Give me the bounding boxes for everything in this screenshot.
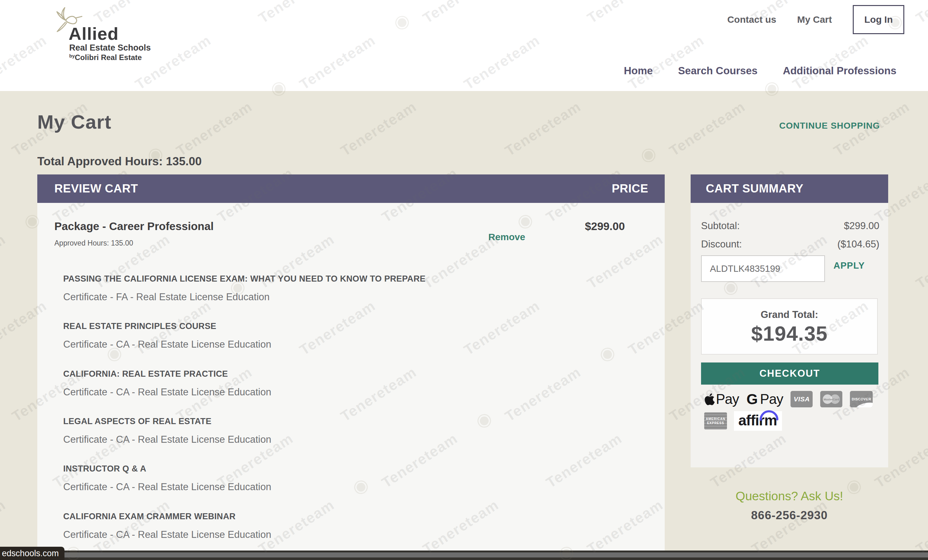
payment-methods-row-2: AMERICAN EXPRESS affirm [704,412,782,430]
amex-label-line2: EXPRESS [707,421,724,425]
google-pay-icon: G Pay [746,391,783,408]
questions-ask-us-text: Questions? Ask Us! [691,489,888,503]
course-subtitle: Certificate - CA - Real Estate License E… [63,339,537,350]
course-title: INSTRUCTOR Q & A [63,464,537,474]
login-button[interactable]: Log In [853,5,904,34]
logo-byline: byColibri Real Estate [69,53,142,62]
visa-label: VISA [794,395,810,403]
course-item: PASSING THE CALIFORNIA LICENSE EXAM: WHA… [63,274,537,303]
discount-label: Discount: [701,239,742,250]
course-title: REAL ESTATE PRINCIPLES COURSE [63,321,537,331]
mastercard-icon: MasterCard [820,391,843,407]
cart-summary-title: CART SUMMARY [706,182,803,195]
discover-label: DISCOVER [852,397,871,401]
google-g-glyph: G [746,391,758,408]
coupon-code-input[interactable] [701,255,825,282]
nav-item-search-courses[interactable]: Search Courses [678,65,757,77]
site-header: Allied Real Estate Schools byColibri Rea… [0,0,928,91]
package-name: Package - Career Professional [54,220,214,233]
price-column-header: PRICE [612,182,648,195]
course-item: LEGAL ASPECTS OF REAL ESTATE Certificate… [63,417,537,445]
main-nav: Home Search Courses Additional Professio… [624,65,896,77]
course-subtitle: Certificate - FA - Real Estate License E… [63,291,537,303]
top-utility-nav: Contact us My Cart Log In [727,5,904,34]
review-cart-header: REVIEW CART PRICE [37,174,665,203]
subtotal-value: $299.00 [844,220,879,232]
logo-subtitle: Real Estate Schools [69,43,151,53]
continue-shopping-link[interactable]: CONTINUE SHOPPING [779,121,880,131]
logo-by-prefix: by [69,53,75,58]
discount-value: ($104.65) [837,239,879,250]
apple-logo-icon [704,392,715,406]
course-subtitle: Certificate - CA - Real Estate License E… [63,434,537,445]
subtotal-label: Subtotal: [701,220,740,232]
course-title: CALIFORNIA EXAM CRAMMER WEBINAR [63,512,537,522]
total-approved-hours: Total Approved Hours: 135.00 [37,155,201,168]
course-item: CALIFORNIA: REAL ESTATE PRACTICE Certifi… [63,369,537,398]
apple-pay-icon: Pay [704,391,739,407]
my-cart-link[interactable]: My Cart [797,14,832,25]
course-item: REAL ESTATE PRINCIPLES COURSE Certificat… [63,321,537,350]
course-subtitle: Certificate - CA - Real Estate License E… [63,481,537,493]
grand-total-value: $194.35 [702,322,877,345]
mastercard-label: MasterCard [820,398,843,401]
nav-item-home[interactable]: Home [624,65,653,77]
amex-icon: AMERICAN EXPRESS [704,412,727,429]
affirm-icon: affirm [734,411,782,431]
contact-us-link[interactable]: Contact us [727,14,776,25]
visa-icon: VISA [791,391,813,407]
course-title: CALIFORNIA: REAL ESTATE PRACTICE [63,369,537,379]
page-title: My Cart [37,111,111,133]
logo-brand-text: Allied [69,23,119,44]
support-phone-link[interactable]: 866-256-2930 [691,509,888,522]
logo-by-brand: Colibri Real Estate [75,53,142,62]
course-subtitle: Certificate - CA - Real Estate License E… [63,386,537,398]
payment-methods-row-1: Pay G Pay VISA MasterCard DISCOVER [704,391,873,408]
grand-total-label: Grand Total: [702,309,877,320]
discover-icon: DISCOVER [850,391,873,407]
amex-label-line1: AMERICAN [706,417,725,421]
course-item: INSTRUCTOR Q & A Certificate - CA - Real… [63,464,537,493]
google-pay-label: Pay [760,391,783,407]
course-subtitle: Certificate - CA - Real Estate License E… [63,529,537,540]
affirm-arc [759,407,780,421]
horizontal-scrollbar-thumb[interactable] [56,552,928,557]
course-item: CALIFORNIA EXAM CRAMMER WEBINAR Certific… [63,512,537,540]
checkout-button[interactable]: CHECKOUT [701,363,878,385]
course-title: LEGAL ASPECTS OF REAL ESTATE [63,417,537,426]
browser-link-preview: edschools.com [0,547,64,560]
cart-summary-panel: Subtotal: $299.00 Discount: ($104.65) AP… [691,203,888,467]
package-price: $299.00 [585,220,625,233]
apply-coupon-button[interactable]: APPLY [833,260,865,271]
apple-pay-label: Pay [716,391,739,407]
course-title: PASSING THE CALIFORNIA LICENSE EXAM: WHA… [63,274,537,284]
remove-package-link[interactable]: Remove [488,232,525,243]
cart-summary-header: CART SUMMARY [691,174,888,203]
package-approved-hours: Approved Hours: 135.00 [54,239,133,247]
review-cart-title: REVIEW CART [54,182,138,195]
grand-total-box: Grand Total: $194.35 [701,298,878,355]
site-logo[interactable]: Allied Real Estate Schools byColibri Rea… [52,6,166,60]
nav-item-additional-professions[interactable]: Additional Professions [783,65,896,77]
